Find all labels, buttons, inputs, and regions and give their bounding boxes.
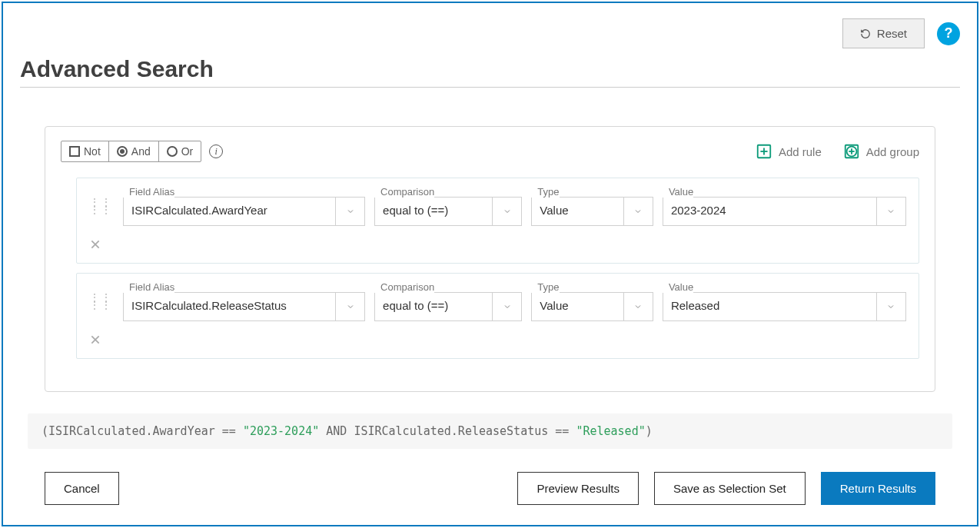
logic-not[interactable]: Not [61, 141, 109, 161]
plus-circle-icon [843, 143, 860, 160]
field-label: Field Alias [123, 281, 174, 293]
field-label: Comparison [374, 186, 434, 198]
value-select[interactable]: Released [663, 292, 906, 321]
type-select[interactable]: Value [531, 292, 653, 321]
field-label: Type [531, 281, 559, 293]
chevron-down-icon[interactable] [335, 198, 364, 225]
field-label: Field Alias [123, 186, 174, 198]
comparison-select[interactable]: equal to (==) [374, 292, 522, 321]
rule-block: ⋮⋮⋮⋮ Field Alias ISIRCalculated.ReleaseS… [76, 273, 919, 359]
chevron-down-icon[interactable] [492, 198, 521, 225]
reset-button[interactable]: Reset [842, 18, 925, 48]
field-alias-select[interactable]: ISIRCalculated.ReleaseStatus [123, 292, 365, 321]
remove-rule-button[interactable] [89, 332, 105, 347]
type-select[interactable]: Value [531, 197, 653, 226]
chevron-down-icon[interactable] [335, 293, 364, 320]
logic-and[interactable]: And [109, 141, 159, 161]
chevron-down-icon[interactable] [623, 293, 653, 320]
add-rule-button[interactable]: Add rule [756, 143, 822, 160]
info-icon[interactable]: i [209, 144, 223, 158]
chevron-down-icon[interactable] [876, 293, 905, 320]
query-builder: Not And Or i [45, 126, 935, 392]
field-label: Comparison [374, 281, 434, 293]
title-divider [20, 87, 960, 88]
add-group-button[interactable]: Add group [843, 143, 919, 160]
topbar: Reset ? [20, 18, 960, 48]
radio-icon-selected [117, 146, 128, 157]
preview-results-button[interactable]: Preview Results [517, 472, 639, 505]
reset-icon [860, 28, 871, 39]
save-selection-set-button[interactable]: Save as Selection Set [654, 472, 806, 505]
drag-handle-icon[interactable]: ⋮⋮⋮⋮ [89, 294, 112, 309]
reset-label: Reset [877, 27, 907, 40]
value-select[interactable]: 2023-2024 [663, 197, 906, 226]
drag-handle-icon[interactable]: ⋮⋮⋮⋮ [89, 198, 112, 214]
page-title: Advanced Search [20, 56, 960, 82]
chevron-down-icon[interactable] [876, 198, 905, 225]
query-preview: (ISIRCalculated.AwardYear == "2023-2024"… [28, 413, 952, 449]
cancel-button[interactable]: Cancel [45, 472, 119, 505]
logic-toggle: Not And Or [61, 141, 201, 162]
field-label: Value [663, 281, 693, 293]
checkbox-icon [69, 146, 80, 157]
logic-or[interactable]: Or [159, 141, 201, 161]
help-button[interactable]: ? [937, 22, 960, 45]
return-results-button[interactable]: Return Results [821, 472, 935, 505]
plus-icon [756, 143, 772, 160]
field-alias-select[interactable]: ISIRCalculated.AwardYear [123, 197, 365, 226]
field-label: Value [663, 186, 693, 198]
field-label: Type [531, 186, 559, 198]
chevron-down-icon[interactable] [623, 198, 653, 225]
comparison-select[interactable]: equal to (==) [374, 197, 522, 226]
remove-rule-button[interactable] [89, 237, 105, 252]
radio-icon [167, 146, 178, 157]
rule-block: ⋮⋮⋮⋮ Field Alias ISIRCalculated.AwardYea… [76, 178, 919, 264]
app-frame: Reset ? Advanced Search Not And [2, 2, 978, 526]
chevron-down-icon[interactable] [492, 293, 521, 320]
